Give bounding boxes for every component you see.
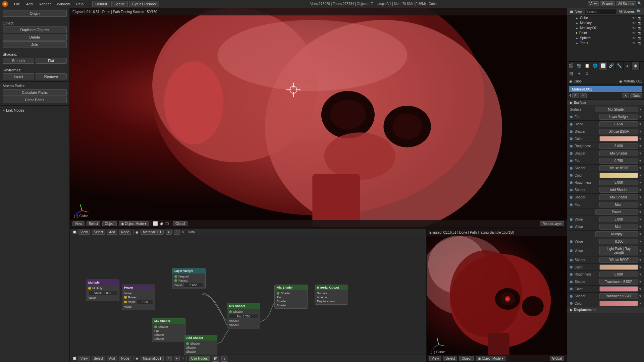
view-node-btn[interactable]: View (78, 230, 90, 235)
search-btn[interactable]: Search (600, 1, 615, 6)
prop-tab-texture[interactable]: 🖼 (567, 70, 575, 78)
outliner-item-monkey[interactable]: ▲ Monkey 👁 📷 (567, 20, 644, 25)
node-multiply[interactable]: Multiply Multiply Value -3.000 Value (86, 280, 119, 301)
prop-tab-modifiers[interactable]: 🔧 (615, 62, 624, 70)
color4-swatch[interactable] (599, 264, 638, 270)
calculate-paths-btn[interactable]: Calculate Paths (3, 89, 67, 96)
shader1-value[interactable]: Diffuse BSDF (599, 129, 638, 134)
mat-data-btn[interactable]: Data (630, 93, 642, 98)
scene-selector[interactable]: Scene (111, 1, 128, 7)
select-node-footer[interactable]: Select (92, 356, 105, 361)
menu-window[interactable]: Window (54, 1, 72, 7)
prop-tab-render[interactable]: 📷 (575, 62, 583, 70)
lp-value[interactable]: Light Path | Ray Length (599, 246, 638, 255)
outliner-item-point[interactable]: ✦ Point 👁 📷 (567, 31, 644, 36)
mat-x-btn[interactable]: ✕ (622, 93, 629, 98)
insert-btn[interactable]: Insert (3, 73, 34, 79)
menu-help[interactable]: Help (73, 1, 87, 7)
visibility-icon-monkey001[interactable]: 👁 (632, 26, 636, 30)
mix2-value[interactable]: Mix Shader (599, 194, 638, 200)
search-icon-out[interactable]: 🔍 (637, 9, 641, 14)
shader4-value[interactable]: Diffuse BSDF (599, 257, 638, 263)
x-icon[interactable]: ✕ (182, 230, 184, 234)
object-br[interactable]: Object (459, 356, 474, 361)
data-icon[interactable]: Data (188, 230, 195, 234)
renderlayer-btn[interactable]: RenderLayer (540, 221, 564, 226)
node-mix-shader-2[interactable]: Mix Shader Shader Fac 0.750 Shader Shade… (227, 303, 260, 328)
prop-tab-layers[interactable]: 📋 (583, 62, 591, 70)
mode-selector[interactable]: ◉ Object Mode ▾ (119, 221, 149, 226)
outliner-item-torus[interactable]: ▲ Torus 👁 📷 (567, 41, 644, 46)
outliner-item-sphere[interactable]: ▲ Sphere 👁 📷 (567, 36, 644, 41)
view-menu[interactable]: View (72, 221, 85, 226)
select-br[interactable]: Select (443, 356, 458, 361)
outliner-item-cube[interactable]: ▲ Cube 👁 📷 (567, 15, 644, 20)
node-mix-shader-1[interactable]: Mix Shader Shader Fac Shader Shader (274, 285, 308, 309)
viewport-bottom-right[interactable]: Elapsed: 01:16.51 | Done | Path Tracing … (426, 229, 567, 362)
node-power[interactable]: Power Value Power Value1.00 Value (122, 285, 155, 310)
material-footer-selector[interactable]: Material.001 (141, 356, 164, 361)
f-btn[interactable]: F (174, 230, 180, 235)
pivot-selector[interactable]: Global (173, 221, 187, 226)
render-icon-monkey001[interactable]: 📷 (638, 26, 641, 30)
node-layer-weight[interactable]: Layer Weight Fresnel Facing Blend0.650 (172, 268, 206, 289)
node-material-output[interactable]: Material Output Surface Volume Displacem… (315, 285, 348, 305)
visibility-icon-monkey[interactable]: 👁 (632, 21, 636, 25)
workspace-selector[interactable]: Default (92, 1, 110, 7)
surface-shader-value[interactable]: Mix Shader (595, 107, 638, 112)
search-icon[interactable]: 🔍 (637, 1, 642, 6)
roughness3-value[interactable]: 8.000 (599, 180, 638, 185)
prop-tab-particles[interactable]: ✦ (575, 70, 583, 78)
node-add-shader[interactable]: Add Shader Shader Shader Shader (184, 335, 217, 355)
roughness1-value[interactable]: 8.000 (599, 143, 638, 149)
scenes-btn[interactable]: All Scenes (616, 1, 636, 6)
duplicate-btn[interactable]: Duplicate Objects (3, 26, 67, 33)
visibility-icon-point[interactable]: 👁 (632, 31, 636, 35)
blend-row-value[interactable]: 0.650 (599, 121, 638, 127)
view-br[interactable]: View (429, 356, 441, 361)
use-nodes-btn[interactable]: Use Nodes (189, 356, 210, 361)
grid-btn[interactable]: ⊞ (212, 356, 219, 362)
menu-render[interactable]: Render (36, 1, 53, 7)
shader2-value[interactable]: Mix Shader (599, 150, 638, 156)
node-editor[interactable]: 🔲 View Select Add Node ◉ Material.001 4 … (70, 229, 426, 362)
color1-swatch[interactable] (599, 136, 638, 141)
flat-btn[interactable]: Flat (36, 58, 67, 64)
fac2-value[interactable]: 0.750 (599, 158, 638, 164)
pv-value[interactable]: 3.000 (599, 217, 638, 222)
prop-tab-physics[interactable]: ⚙ (583, 70, 591, 78)
render-icon-sphere[interactable]: 📷 (638, 37, 641, 40)
clear-paths-btn[interactable]: Clear Paths (3, 97, 67, 103)
view-node-footer[interactable]: View (78, 356, 90, 361)
x-footer-icon[interactable]: ✕ (182, 357, 184, 360)
link-nodes-toggle[interactable]: ▶ Link Nodes (0, 107, 69, 114)
select-node-btn[interactable]: Select (92, 230, 105, 235)
node-num-btn[interactable]: 4 (166, 230, 172, 235)
menu-file[interactable]: File (11, 1, 23, 7)
add-node-footer[interactable]: Add (107, 356, 117, 361)
add-shader-value[interactable]: Add Shader (599, 187, 638, 193)
select-menu[interactable]: Select (87, 221, 101, 226)
color6-swatch[interactable] (599, 301, 638, 306)
material-name-btn[interactable]: Material.001 (569, 86, 642, 92)
render-icon-cube[interactable]: 📷 (638, 16, 641, 20)
render-icon-point[interactable]: 📷 (638, 32, 641, 35)
material-node-selector[interactable]: Material.001 (141, 230, 164, 235)
f-footer-btn[interactable]: F (174, 356, 180, 361)
render-icon-torus[interactable]: 📷 (638, 42, 641, 45)
shader6-value[interactable]: Translucent BSDF (599, 293, 638, 299)
delete-btn[interactable]: Delete (3, 34, 67, 41)
roughness4-value[interactable]: 8.000 (599, 272, 638, 277)
node-menu-btn[interactable]: Node (119, 230, 131, 235)
global-br[interactable]: Global (550, 356, 564, 361)
visibility-icon-torus[interactable]: 👁 (632, 41, 636, 45)
mat-plus-btn[interactable]: + (580, 93, 587, 98)
join-btn[interactable]: Join (3, 41, 67, 48)
multiply-row-value[interactable]: Multiply (595, 231, 638, 237)
shader5-value[interactable]: Translucent BSDF (599, 279, 638, 285)
add-node-btn[interactable]: Add (107, 230, 117, 235)
mat-f-btn[interactable]: F (572, 93, 579, 98)
color5-swatch[interactable] (599, 286, 638, 292)
menu-add[interactable]: Add (23, 1, 36, 7)
prop-tab-material[interactable]: ◉ (632, 62, 640, 70)
